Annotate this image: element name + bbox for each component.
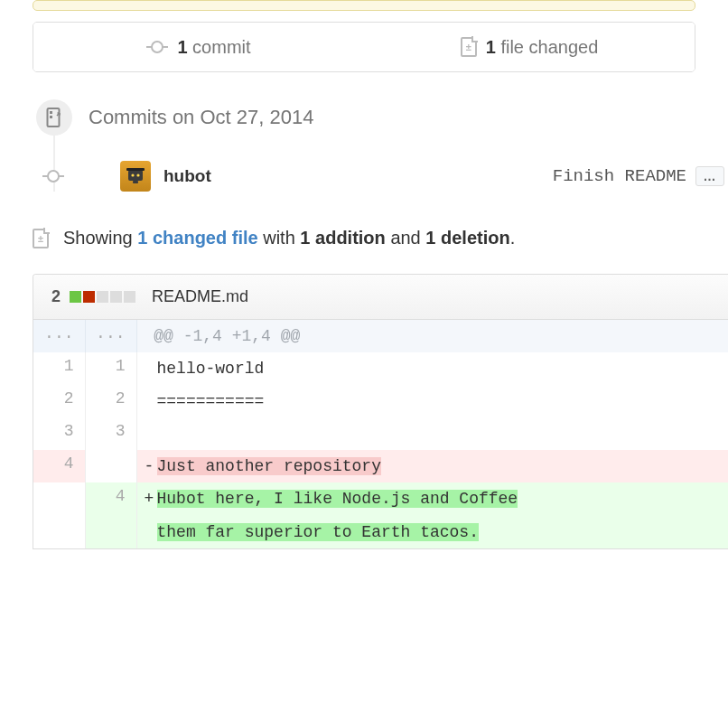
svg-rect-2: [126, 168, 145, 171]
diff-file: 2 README.md ...... @@ -1,4 +1,4 @@11 hel…: [33, 274, 728, 549]
code-line: [136, 417, 728, 450]
diff-line: 11 hello-world: [33, 352, 728, 385]
files-count: 1: [486, 37, 496, 57]
line-num-new: 4: [85, 482, 136, 515]
line-num-old: [33, 516, 85, 548]
line-num-old: 2: [33, 385, 85, 417]
diff-file-header: 2 README.md: [33, 275, 728, 320]
timeline-header: Commits on Oct 27, 2014: [36, 99, 728, 136]
file-diff-icon: ±: [33, 229, 49, 248]
stats-bar: 1 commit ± 1 file changed: [33, 22, 695, 72]
diff-filename[interactable]: README.md: [152, 287, 248, 306]
hunk-header: @@ -1,4 +1,4 @@: [136, 320, 728, 352]
diff-line: 22 ===========: [33, 385, 728, 417]
diff-line: them far superior to Earth tacos.: [33, 516, 728, 548]
diff-table: ...... @@ -1,4 +1,4 @@11 hello-world22 =…: [33, 320, 728, 548]
code-line: +Hubot here, I like Node.js and Coffee: [136, 482, 728, 515]
svg-point-3: [131, 173, 134, 176]
commits-label: commit: [192, 37, 250, 57]
additions-count: 1 addition: [300, 228, 385, 248]
commit-more-button[interactable]: …: [695, 166, 724, 186]
diff-stat-squares: [70, 291, 135, 303]
line-num-old: 3: [33, 417, 85, 450]
files-changed-stat[interactable]: ± 1 file changed: [364, 23, 695, 71]
code-line: ===========: [136, 385, 728, 417]
diff-change-count: 2: [51, 287, 61, 306]
code-line: them far superior to Earth tacos.: [136, 516, 728, 548]
line-num-old: 4: [33, 450, 85, 482]
line-num-new: [85, 450, 136, 482]
diff-line: 4+Hubot here, I like Node.js and Coffee: [33, 482, 728, 515]
line-num-old: ...: [33, 320, 85, 352]
commit-icon: [146, 40, 168, 54]
commits-timeline: Commits on Oct 27, 2014 hubot Finish REA…: [36, 99, 728, 192]
commit-author[interactable]: hubot: [163, 166, 211, 186]
svg-rect-1: [128, 170, 143, 181]
commits-count: 1: [177, 37, 187, 57]
deletions-count: 1 deletion: [425, 228, 509, 248]
line-num-new: 3: [85, 417, 136, 450]
commits-stat[interactable]: 1 commit: [33, 23, 364, 71]
line-num-new: [85, 516, 136, 548]
diff-line: 33: [33, 417, 728, 450]
commit-row: hubot Finish README …: [42, 161, 728, 192]
files-label: file changed: [500, 37, 598, 57]
line-num-old: 1: [33, 352, 85, 385]
repo-push-icon: [36, 99, 72, 136]
file-diff-icon: ±: [461, 37, 477, 57]
line-num-old: [33, 482, 85, 515]
commit-message[interactable]: Finish README: [553, 166, 686, 186]
commit-node-icon: [42, 169, 64, 183]
code-line: hello-world: [136, 352, 728, 385]
alert-banner: [33, 0, 695, 11]
author-avatar[interactable]: [120, 161, 151, 192]
changed-files-link[interactable]: 1 changed file: [137, 228, 257, 248]
line-num-new: 2: [85, 385, 136, 417]
svg-rect-5: [133, 181, 138, 183]
showing-prefix: Showing: [63, 228, 133, 248]
diff-line: 4-Just another repository: [33, 450, 728, 482]
diff-summary: ± Showing 1 changed file with 1 addition…: [33, 228, 695, 248]
svg-point-4: [136, 173, 139, 176]
line-num-new: 1: [85, 352, 136, 385]
svg-rect-0: [48, 108, 60, 126]
line-num-new: ...: [85, 320, 136, 352]
code-line: -Just another repository: [136, 450, 728, 482]
timeline-date-heading: Commits on Oct 27, 2014: [89, 106, 313, 129]
